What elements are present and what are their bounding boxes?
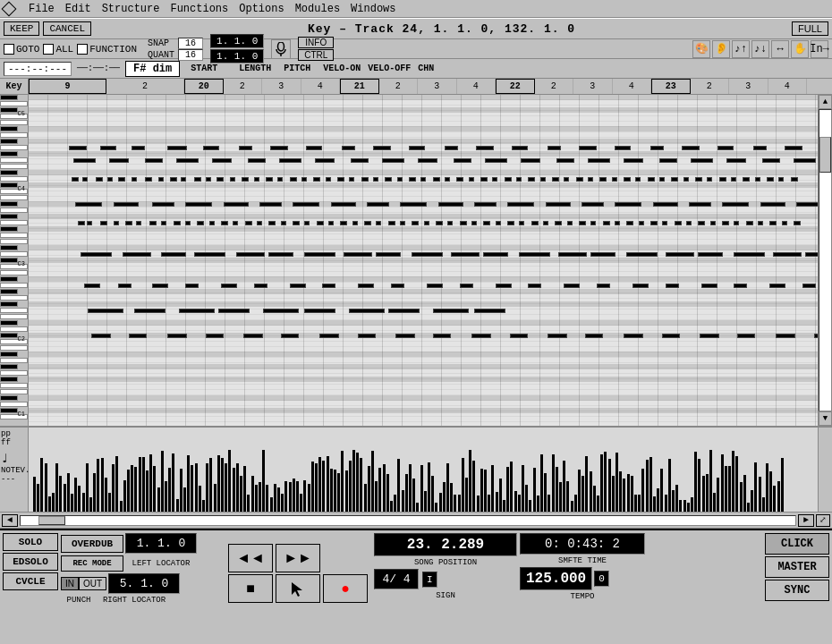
note-bar bbox=[87, 221, 92, 225]
hscroll-track[interactable] bbox=[20, 515, 796, 526]
note-bar bbox=[388, 309, 420, 313]
function-checkbox[interactable] bbox=[77, 44, 88, 55]
tempo-label: TEMPO bbox=[520, 592, 645, 601]
menu-structure[interactable]: Structure bbox=[102, 3, 160, 15]
note-bar bbox=[170, 177, 177, 182]
note-bar bbox=[233, 221, 238, 225]
velocity-bar bbox=[266, 485, 268, 512]
ctrl-button[interactable]: CTRL bbox=[298, 49, 334, 61]
zoom-button[interactable]: ⤢ bbox=[816, 514, 830, 527]
sync-button[interactable]: SYNC bbox=[765, 580, 829, 601]
vscroll-thumb[interactable] bbox=[819, 137, 831, 173]
overdub-button[interactable]: OVERDUB bbox=[61, 535, 123, 553]
grid-area[interactable] bbox=[29, 95, 818, 426]
function-checkbox-label[interactable]: FUNCTION bbox=[77, 44, 137, 55]
note-bar bbox=[123, 252, 151, 257]
cycle-button[interactable]: CVCLE bbox=[3, 572, 58, 590]
menu-windows[interactable]: Windows bbox=[351, 3, 395, 15]
velocity-bar bbox=[303, 480, 306, 512]
velocity-bar bbox=[153, 466, 156, 512]
note-bar bbox=[152, 284, 168, 288]
piano-key bbox=[0, 258, 18, 263]
hand-icon[interactable]: ✋ bbox=[791, 40, 809, 58]
note-bar bbox=[331, 202, 356, 207]
note-bar bbox=[588, 158, 610, 163]
note-bar bbox=[212, 158, 232, 163]
in-button[interactable]: IN bbox=[61, 577, 79, 590]
velocity-bar bbox=[420, 465, 423, 512]
hscroll-right-button[interactable]: ► bbox=[798, 514, 814, 527]
piano-key bbox=[0, 389, 28, 394]
note-bar bbox=[546, 202, 571, 207]
fastfwd-button[interactable]: ►► bbox=[276, 544, 320, 572]
full-button[interactable]: FULL bbox=[792, 21, 828, 36]
vscroll-up-button[interactable]: ▲ bbox=[819, 95, 832, 109]
cancel-button[interactable]: CANCEL bbox=[43, 21, 91, 36]
black-key-row bbox=[29, 214, 818, 219]
hscroll-thumb[interactable] bbox=[38, 516, 65, 525]
note-bar bbox=[460, 284, 473, 288]
velocity-labels: pp ff ♩ NOTEV. --- bbox=[0, 428, 29, 512]
ear-icon[interactable]: 👂 bbox=[712, 40, 730, 58]
note-bar bbox=[203, 146, 219, 150]
h-scrollbar[interactable]: ◄ ► ⤢ bbox=[0, 513, 832, 529]
note-bar bbox=[388, 221, 395, 225]
menu-modules[interactable]: Modules bbox=[295, 3, 340, 15]
velocity-bar bbox=[634, 495, 637, 512]
note-bar bbox=[564, 284, 580, 288]
menu-options[interactable]: Options bbox=[239, 3, 284, 15]
velocity-bar bbox=[386, 474, 389, 512]
out-button[interactable]: OUT bbox=[79, 577, 106, 590]
menu-edit[interactable]: Edit bbox=[65, 3, 91, 15]
hscroll-left-button[interactable]: ◄ bbox=[2, 514, 18, 527]
velocity-bar bbox=[315, 463, 318, 512]
goto-checkbox-label[interactable]: GOTO bbox=[4, 44, 39, 55]
note-down-icon[interactable]: ♪↓ bbox=[751, 40, 769, 58]
record-button[interactable]: ● bbox=[323, 574, 368, 603]
all-checkbox-label[interactable]: ALL bbox=[43, 44, 73, 55]
velocity-bar bbox=[378, 468, 381, 512]
note-bar bbox=[599, 177, 607, 182]
arrow-in-icon[interactable]: In→ bbox=[811, 40, 828, 58]
click-button[interactable]: CLICK bbox=[765, 533, 829, 555]
note-bar bbox=[659, 158, 677, 163]
stop-button[interactable]: ■ bbox=[228, 574, 273, 603]
goto-checkbox[interactable] bbox=[4, 44, 14, 55]
note-bar bbox=[174, 221, 181, 225]
velocity-bar bbox=[375, 481, 378, 512]
note-bar bbox=[485, 158, 507, 163]
vscroll-track[interactable] bbox=[819, 109, 832, 411]
edsolo-button[interactable]: EDSOLO bbox=[3, 553, 58, 571]
master-button[interactable]: MASTER bbox=[765, 556, 829, 578]
note-bar bbox=[814, 334, 818, 338]
velocity-grid[interactable] bbox=[29, 428, 818, 512]
palette-icon[interactable]: 🎨 bbox=[692, 40, 710, 58]
mic-icon[interactable] bbox=[271, 39, 291, 59]
vscroll-down-button[interactable]: ▼ bbox=[819, 411, 832, 426]
menu-functions[interactable]: Functions bbox=[170, 3, 228, 15]
rec-mode-button[interactable]: REC MODE bbox=[61, 555, 123, 572]
snap-value[interactable]: 16 bbox=[178, 38, 203, 49]
velocity-bar bbox=[52, 493, 55, 512]
note-up-icon[interactable]: ♪↑ bbox=[732, 40, 750, 58]
keep-button[interactable]: KEEP bbox=[4, 21, 39, 36]
piano-key bbox=[0, 195, 28, 200]
arrow-lr-icon[interactable]: ↔ bbox=[771, 40, 789, 58]
piano-key bbox=[0, 370, 28, 376]
note-bar bbox=[753, 146, 767, 150]
vertical-scrollbar[interactable]: ▲ ▼ bbox=[818, 95, 832, 426]
cursor-button[interactable] bbox=[276, 574, 320, 603]
rewind-button[interactable]: ◄◄ bbox=[228, 544, 273, 572]
all-checkbox[interactable] bbox=[43, 44, 54, 55]
velocity-bar bbox=[537, 496, 539, 512]
menu-file[interactable]: File bbox=[29, 3, 55, 15]
quant-value[interactable]: 16 bbox=[178, 49, 203, 61]
black-key-row bbox=[29, 170, 818, 175]
note-bar bbox=[469, 177, 474, 182]
snap-quant-area: SNAP 16 QUANT 16 bbox=[148, 38, 203, 61]
solo-button[interactable]: SOLO bbox=[3, 533, 58, 551]
info-button[interactable]: INFO bbox=[298, 37, 334, 48]
note-bar bbox=[579, 221, 586, 225]
note-bar bbox=[635, 177, 641, 182]
velocity-bar bbox=[728, 466, 731, 512]
